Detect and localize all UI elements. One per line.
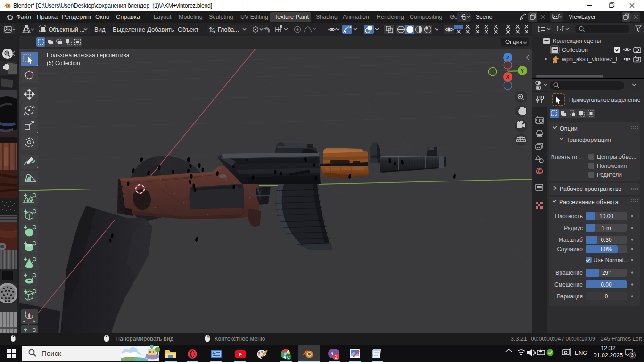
svg-text:Z: Z (506, 55, 509, 60)
svg-text:Рабочее пространство: Рабочее пространство (560, 186, 622, 192)
svg-text:245 Frames Left: 245 Frames Left (601, 336, 642, 342)
svg-text:Контекстное меню: Контекстное меню (215, 336, 265, 342)
svg-text:3.3.21: 3.3.21 (511, 336, 527, 342)
svg-text:0.00: 0.00 (601, 281, 612, 288)
svg-text:3: 3 (631, 352, 634, 358)
svg-text:Глоба...: Глоба... (218, 26, 239, 33)
svg-text:Плотность: Плотность (555, 213, 583, 220)
svg-text:Трансформация: Трансформация (566, 137, 611, 143)
svg-text:Collection: Collection (562, 47, 588, 53)
svg-text:Коллекция сцены: Коллекция сцены (553, 38, 601, 44)
svg-text:0: 0 (605, 293, 608, 300)
svg-text:C: C (287, 355, 290, 360)
svg-text:Поиск: Поиск (41, 349, 61, 357)
svg-text:Опции: Опции (505, 39, 522, 45)
svg-text:Вращение: Вращение (555, 270, 583, 276)
svg-text:1 m: 1 m (602, 225, 611, 231)
svg-text:Прямоугольное выделение: Прямоугольное выделение (569, 97, 641, 103)
svg-text:12:32: 12:32 (601, 345, 615, 352)
svg-text:Scene: Scene (476, 14, 492, 20)
svg-text:ENG: ENG (575, 350, 587, 356)
svg-text:Рассеивание объекта: Рассеивание объекта (559, 199, 619, 206)
svg-text:Родители: Родители (597, 172, 622, 178)
svg-text:29°: 29° (602, 270, 611, 276)
svg-text:80%: 80% (601, 246, 612, 253)
svg-text:Влиять то...: Влиять то... (551, 154, 582, 161)
svg-text:Центры объе...: Центры объе... (597, 154, 636, 160)
svg-text:ViewLayer: ViewLayer (569, 14, 596, 20)
svg-text:00:00:00:04 / 00:00:10:09: 00:00:00:04 / 00:00:10:09 (531, 336, 595, 342)
svg-text:Опции: Опции (560, 125, 578, 132)
svg-text:Объектный ...: Объектный ... (49, 26, 84, 33)
svg-text:01.02.2025: 01.02.2025 (594, 352, 623, 359)
svg-text:wpn_aksu_vintorez_l: wpn_aksu_vintorez_l (561, 56, 617, 63)
svg-text:Смещение: Смещение (554, 281, 583, 288)
svg-text:Радиус: Радиус (564, 225, 583, 231)
svg-text:Положения: Положения (597, 163, 627, 169)
svg-text:Выделение: Выделение (113, 26, 145, 33)
svg-text:Добавить: Добавить (147, 26, 174, 33)
svg-text:Y: Y (521, 68, 524, 74)
svg-text:Объект: Объект (178, 26, 198, 33)
svg-text:Масштаб: Масштаб (559, 237, 583, 243)
svg-text:2: 2 (335, 354, 338, 360)
svg-text:Случайно: Случайно (557, 246, 583, 253)
svg-text:0.30: 0.30 (601, 237, 612, 243)
svg-text:Вариация: Вариация (557, 293, 583, 300)
svg-text:Use Normal...: Use Normal... (594, 257, 628, 263)
svg-text:Панорамировать вид: Панорамировать вид (116, 336, 174, 342)
svg-text:X: X (506, 74, 510, 80)
svg-text:Вид: Вид (94, 26, 106, 33)
svg-text:10.00: 10.00 (599, 213, 613, 220)
